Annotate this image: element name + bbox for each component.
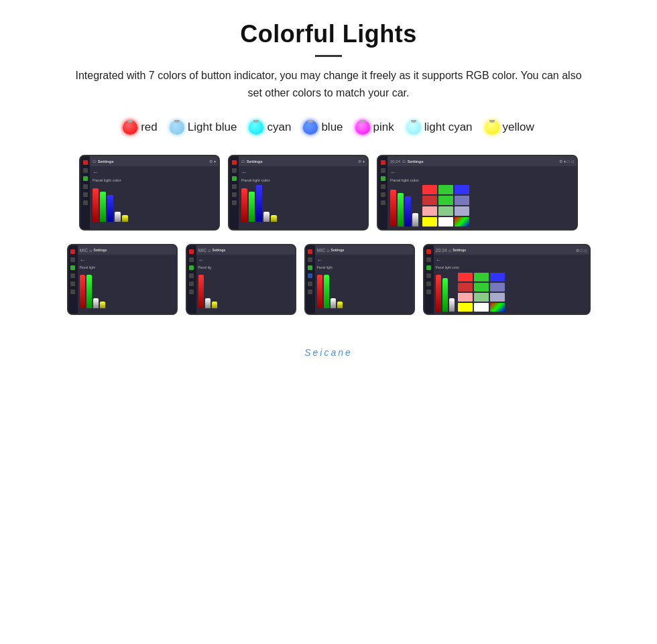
side-b3-r: [308, 249, 312, 254]
description-text: Integrated with 7 colors of button indic…: [67, 67, 590, 101]
back-3: ←: [390, 169, 574, 176]
device-b1: MIC ⌂ Settings ← Panel light: [67, 244, 178, 315]
main-b1: ← Panel light: [78, 255, 176, 314]
bottom-screens-row: MIC ⌂ Settings ← Panel light: [13, 244, 644, 315]
screen-body-1: ⌂ Settings ⚙ ♦ ← Panel light color: [90, 156, 219, 229]
bar-blue-2: [256, 185, 262, 222]
home-b2: ⌂: [208, 248, 211, 253]
device-b3: MIC ⌂ Settings ← Panel light: [304, 244, 415, 315]
main-b2: ← Panel lig: [196, 255, 295, 314]
bar-b2-w: [205, 298, 211, 308]
bars-b3: [317, 271, 412, 308]
side-b2-4: [189, 289, 194, 294]
side-b4-1: [426, 257, 431, 262]
mic-b3: MIC: [317, 248, 326, 253]
side-b4-4: [426, 289, 431, 294]
sw-b4-r3c2: [474, 293, 489, 302]
topbar-b3: MIC ⌂ Settings: [315, 245, 414, 255]
bar-blue-1: [107, 195, 113, 222]
sw-b4-r3c1: [458, 293, 473, 302]
side-nav-b2: [187, 245, 196, 314]
side-b4-g: [426, 265, 431, 270]
side-b2-2: [189, 273, 194, 278]
screen-topbar-3: 20:24 ⌂ Settings ⚙ ♦ □ ◁: [387, 156, 577, 166]
bar-red-2: [241, 188, 247, 222]
bars-area-1: [93, 185, 216, 222]
top-screens-row: ⌂ Settings ⚙ ♦ ← Panel light color: [13, 155, 644, 231]
color-bars-2: [241, 185, 277, 222]
sw-b4-r2c1: [458, 283, 473, 292]
side-icon-3b: [381, 184, 385, 189]
topbar-icons-3: ⚙ ♦ □ ◁: [559, 159, 574, 164]
color-item-cyan: cyan: [249, 120, 291, 135]
watermark-text: Seicane: [304, 347, 353, 358]
side-nav-1: [80, 156, 90, 229]
device-3: 20:24 ⌂ Settings ⚙ ♦ □ ◁ ← Panel light c…: [377, 155, 578, 231]
bar-b4-w: [449, 298, 455, 312]
home-icon-3: ⌂: [402, 158, 406, 164]
color-bars-1: [93, 185, 128, 222]
side-icon-3d: [381, 200, 385, 205]
bulb-blue-icon: [303, 120, 318, 135]
side-nav-b3: [306, 245, 315, 314]
side-icon-1: [83, 168, 88, 173]
bars-b1: [80, 271, 174, 308]
panel-b1: Panel light: [80, 265, 174, 269]
color-label-lightblue: Light blue: [188, 121, 237, 134]
side-b3-2: [308, 281, 312, 286]
side-b3-1: [308, 257, 312, 262]
screen-body-3: 20:24 ⌂ Settings ⚙ ♦ □ ◁ ← Panel light c…: [387, 156, 577, 229]
header-divider: [315, 55, 342, 57]
side-icon-red: [83, 160, 88, 165]
sw-b4-r4c2: [474, 303, 489, 312]
bar-b2-r: [198, 275, 204, 308]
side-icon-green: [83, 176, 88, 181]
bar-red-1: [93, 188, 99, 222]
side-icon-2b: [232, 184, 237, 189]
settings-b3: Settings: [331, 248, 345, 252]
settings-b4: Settings: [453, 248, 466, 252]
sw-b4-r2c3: [490, 283, 505, 292]
device-1: ⌂ Settings ⚙ ♦ ← Panel light color: [79, 155, 220, 231]
side-b4-3: [426, 281, 431, 286]
swatches-b4: [458, 273, 505, 312]
home-icon-2: ⌂: [241, 158, 245, 164]
side-b1-1: [70, 257, 75, 262]
bar-yellow-1: [122, 215, 128, 222]
home-icon-1: ⌂: [93, 158, 96, 164]
sw-b4-r4c1: [458, 303, 473, 312]
bars-swatches-area-3: [390, 185, 574, 227]
bars-b2: [198, 271, 293, 308]
header-section: Colorful Lights Integrated with 7 colors…: [0, 0, 657, 120]
topbar-b2: MIC ⌂ Settings: [196, 245, 295, 255]
screen-body-b4: 20:24 ⌂ Settings ⚙ □ ◁ ← Panel light col…: [434, 245, 589, 314]
bulb-yellow-icon: [485, 120, 499, 135]
side-b1-2: [70, 273, 75, 278]
side-nav-3: [378, 156, 387, 229]
bar-blue-3: [405, 196, 411, 227]
sw-b4-r4c3: [490, 303, 505, 312]
panel-b3: Panel light: [317, 265, 412, 269]
side-icon-3c: [381, 192, 385, 197]
sw-r4c3: [455, 217, 469, 227]
side-icon-2a: [232, 168, 237, 173]
sw-b4-r3c3: [490, 293, 505, 302]
bar-b3-y: [337, 302, 343, 308]
back-b4: ←: [436, 257, 587, 263]
side-icon-red-2: [232, 160, 237, 165]
side-b2-g: [189, 265, 194, 270]
side-nav-b1: [68, 245, 78, 314]
back-b2: ←: [198, 257, 293, 263]
time-label-3: 20:24: [390, 159, 400, 164]
color-bars-3: [390, 186, 418, 227]
time-b4: 20:24: [436, 248, 448, 253]
side-b1-g: [70, 265, 75, 270]
sw-r1c3: [455, 185, 469, 194]
color-label-yellow: yellow: [503, 121, 534, 134]
side-icon-green-3: [381, 176, 385, 181]
bar-white-1: [115, 212, 121, 222]
color-item-pink: pink: [355, 120, 394, 135]
back-1: ←: [93, 169, 216, 176]
topbar-b1: MIC ⌂ Settings: [78, 245, 176, 255]
sw-r1c2: [438, 185, 453, 194]
